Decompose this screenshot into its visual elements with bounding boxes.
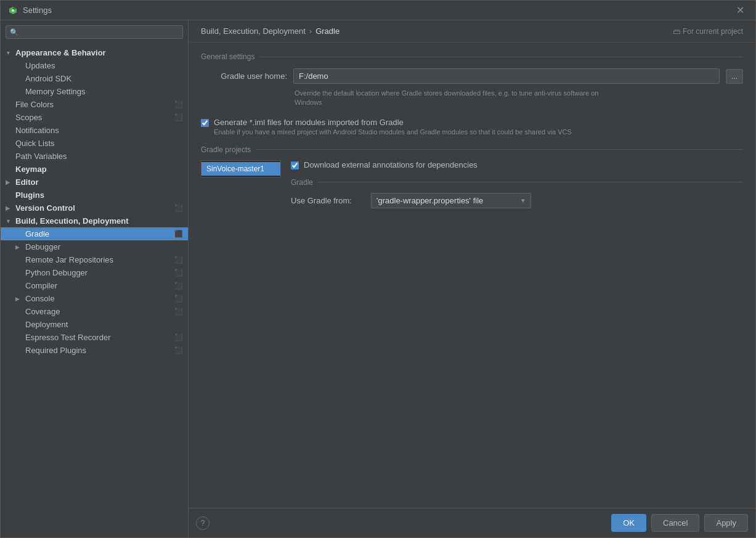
- general-settings-section-title: General settings: [201, 52, 743, 61]
- download-annotations-label: Download external annotations for depend…: [304, 160, 478, 169]
- bottom-right: OK Cancel Apply: [611, 514, 748, 532]
- sidebar-item-build-execution[interactable]: ▼ Build, Execution, Deployment: [1, 214, 188, 227]
- generate-iml-label: Generate *.iml files for modules importe…: [214, 118, 404, 127]
- sidebar-item-memory-settings[interactable]: Memory Settings: [1, 85, 188, 98]
- arrow-icon: ▼: [6, 218, 14, 224]
- hint-line1: Override the default location where Grad…: [295, 89, 743, 98]
- sidebar-item-label: Espresso Test Recorder: [25, 333, 111, 342]
- apply-button[interactable]: Apply: [704, 514, 748, 532]
- copy-icon: ⬛: [174, 100, 183, 108]
- sidebar-item-deployment[interactable]: Deployment: [1, 318, 188, 331]
- sidebar-item-label: Required Plugins: [25, 346, 86, 355]
- use-gradle-from-label: Use Gradle from:: [291, 196, 365, 205]
- sidebar-item-version-control[interactable]: ▶ Version Control ⬛: [1, 202, 188, 214]
- sidebar-item-python-debugger[interactable]: Python Debugger ⬛: [1, 266, 188, 279]
- ok-button[interactable]: OK: [611, 514, 646, 532]
- sidebar-item-label: Debugger: [25, 242, 60, 251]
- sidebar-item-label: Deployment: [25, 320, 68, 329]
- hint-line2: Windows: [295, 98, 743, 107]
- close-button[interactable]: ✕: [733, 3, 748, 17]
- copy-icon: ⬛: [174, 308, 183, 316]
- section-title-text: Gradle projects: [201, 145, 251, 154]
- sidebar-tree: ▼ Appearance & Behavior Updates Android …: [1, 44, 188, 537]
- arrow-icon: ▶: [15, 296, 24, 302]
- copy-icon: ⬛: [174, 295, 183, 303]
- projects-list: SinVoice-master1: [201, 160, 281, 177]
- gradle-user-home-label: Gradle user home:: [201, 71, 287, 81]
- arrow-icon: ▶: [6, 179, 14, 185]
- main-content: 🔍 ▼ Appearance & Behavior Updates Androi…: [1, 20, 755, 537]
- project-item[interactable]: SinVoice-master1: [201, 162, 280, 176]
- title-bar: Settings ✕: [1, 1, 755, 20]
- sidebar-item-console[interactable]: ▶ Console ⬛: [1, 292, 188, 305]
- sidebar-item-file-colors[interactable]: File Colors ⬛: [1, 98, 188, 111]
- copy-icon: ⬛: [174, 113, 183, 121]
- sidebar-item-label: Updates: [25, 61, 55, 70]
- gradle-user-home-input[interactable]: [293, 68, 720, 84]
- sidebar-item-required-plugins[interactable]: Required Plugins ⬛: [1, 344, 188, 357]
- sidebar: 🔍 ▼ Appearance & Behavior Updates Androi…: [1, 20, 189, 537]
- search-input[interactable]: [21, 28, 179, 36]
- bottom-left: ?: [196, 516, 209, 530]
- sidebar-item-label: Keymap: [15, 165, 47, 174]
- breadcrumb-separator: ›: [309, 26, 312, 36]
- sidebar-item-label: Editor: [15, 177, 39, 187]
- right-panel: Build, Execution, Deployment › Gradle 🗃 …: [189, 20, 755, 537]
- gradle-user-home-row: Gradle user home: ...: [201, 68, 743, 84]
- sidebar-item-label: Python Debugger: [25, 268, 87, 277]
- browse-button[interactable]: ...: [726, 69, 743, 84]
- sidebar-item-editor[interactable]: ▶ Editor: [1, 176, 188, 189]
- sidebar-item-compiler[interactable]: Compiler ⬛: [1, 279, 188, 292]
- sidebar-item-gradle[interactable]: Gradle ⬛: [1, 227, 188, 240]
- copy-icon: ⬛: [174, 333, 183, 341]
- sidebar-item-espresso[interactable]: Espresso Test Recorder ⬛: [1, 331, 188, 344]
- sidebar-item-label: Plugins: [15, 190, 44, 200]
- project-label: For current project: [683, 27, 743, 36]
- settings-window: Settings ✕ 🔍 ▼ Appearance & Behavior Upd…: [0, 0, 756, 538]
- help-button[interactable]: ?: [196, 516, 209, 530]
- title-bar-left: Settings: [8, 6, 52, 15]
- sidebar-item-remote-jar[interactable]: Remote Jar Repositories ⬛: [1, 253, 188, 266]
- gradle-subsection-title: Gradle: [291, 178, 743, 187]
- download-annotations-row: Download external annotations for depend…: [291, 160, 743, 169]
- search-box[interactable]: 🔍: [6, 25, 183, 39]
- sidebar-item-label: Version Control: [15, 203, 75, 213]
- generate-iml-label-container: Generate *.iml files for modules importe…: [214, 118, 572, 136]
- sidebar-item-notifications[interactable]: Notifications: [1, 124, 188, 137]
- sidebar-item-label: Compiler: [25, 281, 57, 290]
- gradle-home-hint: Override the default location where Grad…: [295, 89, 743, 108]
- search-icon: 🔍: [10, 28, 18, 36]
- use-gradle-from-row: Use Gradle from: 'gradle-wrapper.propert…: [291, 193, 743, 208]
- sidebar-item-label: Notifications: [15, 126, 59, 135]
- sidebar-item-keymap[interactable]: Keymap: [1, 163, 188, 176]
- sidebar-item-coverage[interactable]: Coverage ⬛: [1, 305, 188, 318]
- use-gradle-from-wrapper: 'gradle-wrapper.properties' file Specifi…: [371, 193, 531, 208]
- sidebar-item-quick-lists[interactable]: Quick Lists: [1, 137, 188, 150]
- breadcrumb-parent: Build, Execution, Deployment: [201, 26, 306, 36]
- arrow-icon: ▶: [15, 244, 24, 250]
- sidebar-item-label: Gradle: [25, 229, 49, 238]
- sidebar-item-label: Build, Execution, Deployment: [15, 216, 128, 226]
- sidebar-item-debugger[interactable]: ▶ Debugger: [1, 240, 188, 253]
- sidebar-item-scopes[interactable]: Scopes ⬛: [1, 111, 188, 124]
- download-annotations-checkbox[interactable]: [291, 161, 299, 169]
- project-icon: 🗃: [673, 27, 680, 36]
- sidebar-item-path-variables[interactable]: Path Variables: [1, 150, 188, 163]
- for-current-project: 🗃 For current project: [673, 27, 743, 36]
- sidebar-item-label: Console: [25, 294, 55, 303]
- cancel-button[interactable]: Cancel: [651, 514, 699, 532]
- sidebar-item-plugins[interactable]: Plugins: [1, 189, 188, 202]
- generate-iml-checkbox[interactable]: [201, 119, 209, 127]
- sidebar-item-label: Coverage: [25, 307, 60, 316]
- sidebar-item-label: Memory Settings: [25, 87, 86, 96]
- copy-icon: ⬛: [174, 346, 183, 354]
- breadcrumb-current: Gradle: [315, 26, 339, 36]
- sidebar-item-updates[interactable]: Updates: [1, 59, 188, 72]
- use-gradle-from-select[interactable]: 'gradle-wrapper.properties' file Specifi…: [371, 193, 531, 208]
- sidebar-item-label: Android SDK: [25, 74, 71, 83]
- copy-icon: ⬛: [174, 256, 183, 264]
- sidebar-item-label: Scopes: [15, 113, 42, 122]
- sidebar-item-appearance[interactable]: ▼ Appearance & Behavior: [1, 46, 188, 59]
- sidebar-item-android-sdk[interactable]: Android SDK: [1, 72, 188, 85]
- gradle-projects-section: Gradle projects SinVoice-master1 D: [201, 145, 743, 216]
